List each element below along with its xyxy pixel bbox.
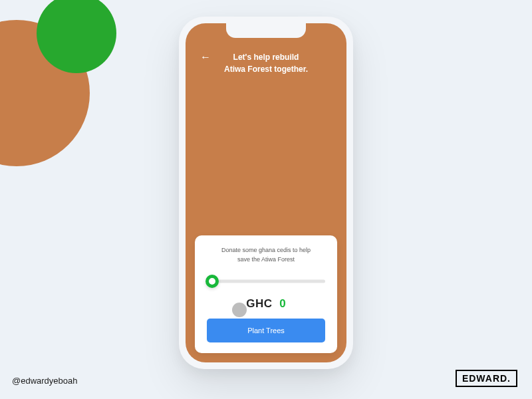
slider-track <box>207 280 325 283</box>
currency-label: GHC <box>246 297 272 310</box>
page-title: Let's help rebuild Atiwa Forest together… <box>186 51 346 75</box>
amount-value: 0 <box>279 297 285 310</box>
plant-trees-button[interactable]: Plant Trees <box>207 319 325 342</box>
phone-notch <box>226 23 306 38</box>
amount-display: GHC 0 <box>207 297 325 311</box>
slider-thumb[interactable] <box>205 275 219 288</box>
phone-screen: ← Let's help rebuild Atiwa Forest togeth… <box>186 23 346 362</box>
author-handle: @edwardyeboah <box>12 376 77 386</box>
donation-card: Donate some ghana cedis to help save the… <box>195 235 337 353</box>
shadow-dot-icon <box>232 303 247 317</box>
amount-slider[interactable] <box>207 275 325 288</box>
donation-prompt: Donate some ghana cedis to help save the… <box>207 246 325 264</box>
author-logo: EDWARD. <box>456 370 517 387</box>
headline-line-2: Atiwa Forest together. <box>186 63 346 75</box>
decor-circle-green <box>37 0 116 73</box>
prompt-line-2: save the Atiwa Forest <box>207 255 325 265</box>
prompt-line-1: Donate some ghana cedis to help <box>207 246 325 255</box>
cta-label: Plant Trees <box>247 327 285 334</box>
headline-line-1: Let's help rebuild <box>186 51 346 63</box>
phone-mockup: ← Let's help rebuild Atiwa Forest togeth… <box>179 17 353 369</box>
